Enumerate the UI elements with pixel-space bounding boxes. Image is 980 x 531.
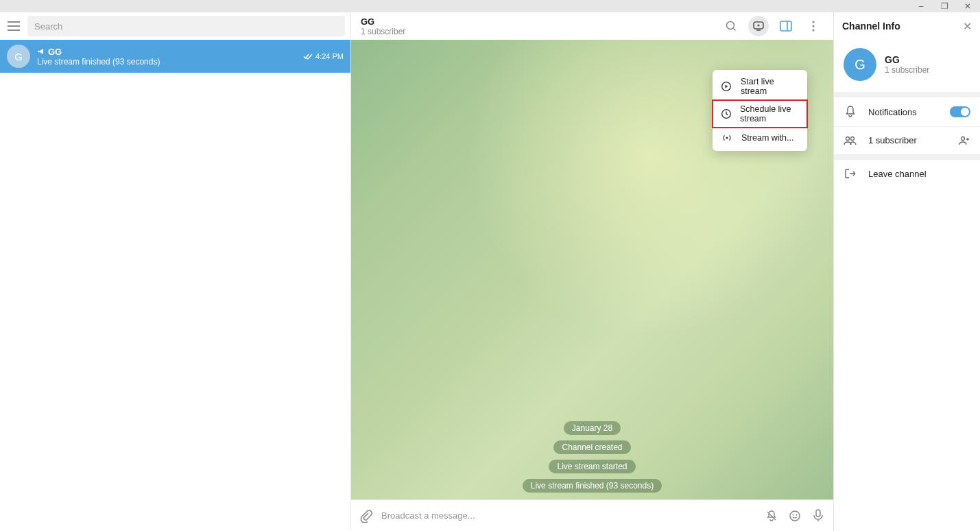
- chat-area[interactable]: January 28 Channel created Live stream s…: [351, 40, 833, 499]
- search-icon[interactable]: [721, 16, 741, 36]
- left-panel: G GG Live stream finished (93 seconds) 4…: [0, 12, 351, 531]
- subscribers-label: 1 subscriber: [868, 135, 947, 145]
- side-panel-icon[interactable]: [776, 16, 796, 36]
- menu-item-start-livestream[interactable]: Start live stream: [713, 73, 807, 100]
- window-titlebar: – ❐ ✕: [0, 0, 980, 12]
- svg-point-11: [793, 514, 794, 515]
- add-subscriber-icon[interactable]: [958, 136, 970, 145]
- menu-icon[interactable]: [5, 18, 22, 34]
- service-message: Channel created: [553, 440, 630, 454]
- divider: [834, 92, 980, 97]
- avatar: G: [844, 48, 876, 81]
- menu-item-label: Stream with...: [741, 133, 793, 143]
- svg-rect-13: [816, 510, 820, 517]
- info-header: Channel Info ✕: [834, 12, 980, 40]
- svg-point-10: [790, 511, 800, 521]
- chat-time: 4:24 PM: [315, 52, 344, 60]
- svg-point-6: [812, 29, 814, 31]
- chat-title: GG: [48, 47, 62, 57]
- svg-point-14: [846, 137, 850, 140]
- menu-item-label: Schedule live stream: [740, 104, 799, 123]
- channel-name: GG: [885, 54, 929, 65]
- bell-icon: [844, 106, 857, 118]
- window-maximize-button[interactable]: ❐: [936, 1, 953, 12]
- mute-bell-icon[interactable]: [763, 508, 780, 524]
- read-status-icon: [303, 54, 313, 60]
- attach-icon[interactable]: [358, 508, 374, 524]
- livestream-icon[interactable]: [748, 16, 769, 36]
- close-icon[interactable]: ✕: [963, 20, 972, 33]
- broadcast-icon: [721, 132, 733, 144]
- notifications-row[interactable]: Notifications: [834, 97, 980, 127]
- svg-point-5: [812, 25, 814, 27]
- play-circle-icon: [721, 80, 732, 93]
- channel-profile[interactable]: G GG 1 subscriber: [834, 40, 980, 92]
- svg-point-9: [726, 137, 728, 139]
- chat-header-subtitle: 1 subscriber: [361, 27, 721, 36]
- emoji-icon[interactable]: [787, 508, 803, 524]
- info-panel: Channel Info ✕ G GG 1 subscriber Notific…: [833, 12, 980, 531]
- window-minimize-button[interactable]: –: [913, 1, 929, 12]
- more-icon[interactable]: [803, 16, 824, 36]
- window-close-button[interactable]: ✕: [959, 1, 976, 12]
- date-pill: January 28: [564, 421, 621, 435]
- divider: [834, 154, 980, 160]
- chat-header[interactable]: GG 1 subscriber: [351, 12, 833, 40]
- message-list: January 28 Channel created Live stream s…: [351, 421, 833, 493]
- svg-point-12: [796, 514, 798, 515]
- svg-point-16: [961, 137, 965, 140]
- search-input[interactable]: [27, 16, 345, 36]
- subscribers-row[interactable]: 1 subscriber: [834, 127, 980, 154]
- menu-item-label: Start live stream: [741, 77, 799, 96]
- livestream-dropdown: Start live stream Schedule live stream S…: [713, 70, 807, 151]
- chat-preview: Live stream finished (93 seconds): [37, 57, 303, 67]
- notifications-toggle[interactable]: [950, 106, 970, 117]
- mic-icon[interactable]: [810, 508, 826, 524]
- megaphone-icon: [37, 48, 45, 55]
- svg-point-0: [727, 22, 734, 30]
- chat-header-title: GG: [361, 16, 721, 27]
- info-title: Channel Info: [842, 21, 963, 32]
- notifications-label: Notifications: [868, 107, 939, 117]
- channel-subscribers: 1 subscriber: [885, 65, 929, 75]
- leave-channel-row[interactable]: Leave channel: [834, 160, 980, 187]
- chat-list[interactable]: G GG Live stream finished (93 seconds) 4…: [0, 40, 350, 531]
- leave-label: Leave channel: [868, 169, 970, 179]
- svg-point-4: [812, 21, 814, 23]
- svg-point-15: [851, 137, 854, 140]
- chat-list-item[interactable]: G GG Live stream finished (93 seconds) 4…: [0, 40, 350, 73]
- clock-icon: [721, 108, 732, 120]
- service-message: Live stream finished (93 seconds): [523, 479, 662, 493]
- leave-icon: [844, 168, 857, 179]
- avatar: G: [7, 45, 30, 68]
- svg-rect-3: [780, 21, 791, 31]
- svg-point-2: [757, 24, 759, 26]
- left-header: [0, 12, 350, 40]
- menu-item-schedule-livestream[interactable]: Schedule live stream: [713, 100, 807, 128]
- chat-panel: GG 1 subscriber Januar: [351, 12, 833, 531]
- compose-input[interactable]: [381, 510, 756, 521]
- service-message: Live stream started: [549, 460, 635, 473]
- compose-bar: [351, 499, 833, 531]
- people-icon: [844, 136, 857, 145]
- menu-item-stream-with[interactable]: Stream with...: [713, 128, 807, 148]
